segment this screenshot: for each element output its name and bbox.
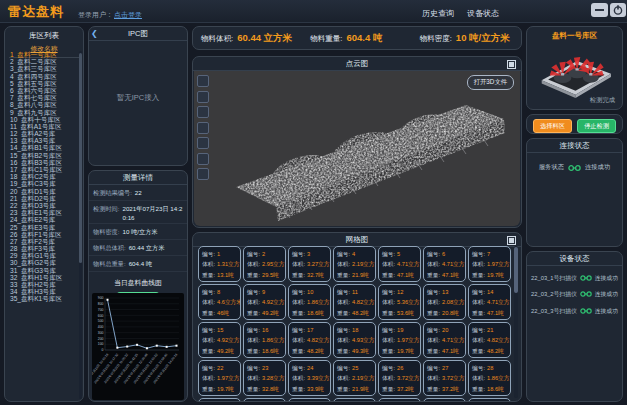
sidebar-item-area[interactable]: 33_盘料H2号库 xyxy=(6,281,78,288)
login-link[interactable]: 点击登录 xyxy=(114,10,142,20)
sidebar-item-area[interactable]: 29_盘料G1号库 xyxy=(6,252,78,259)
grid-cell[interactable]: 编号:15体积:4.92立方米重量:49.2吨 xyxy=(198,322,241,358)
sidebar-item-area[interactable]: 12_盘料A2号库 xyxy=(6,130,78,137)
sidebar-item-area[interactable]: 32_盘料H1号库区 xyxy=(6,274,78,281)
view-snapshot-button[interactable] xyxy=(197,168,209,180)
grid-cell[interactable]: 编号:28体积:1.86立方米重量:18.6吨 xyxy=(468,360,511,396)
grid-cell[interactable]: 编号:25体积:2.19立方米重量:21.9吨 xyxy=(333,360,376,396)
grid-cell[interactable]: 编号:11体积:4.82立方米重量:48.2吨 xyxy=(333,284,376,320)
grid-cell[interactable]: 编号:24体积:3.39立方米重量:33.9吨 xyxy=(288,360,331,396)
menu-history-query[interactable]: 历史查询 xyxy=(422,8,454,19)
grid-cell[interactable]: 编号:22体积:1.97立方米重量:19.7吨 xyxy=(198,360,241,396)
sidebar-item-area[interactable]: 6_盘料六号库区 xyxy=(6,87,78,94)
power-button[interactable] xyxy=(610,3,626,17)
grid-cell[interactable]: 编号:17体积:4.82立方米重量:48.2吨 xyxy=(288,322,331,358)
view-left-button[interactable] xyxy=(197,91,209,103)
sidebar-item-area[interactable]: 1_盘料一号库区 xyxy=(6,51,78,58)
sidebar-item-area[interactable]: 15_盘料B2号库区 xyxy=(6,152,78,159)
grid-cell[interactable]: 编号:1体积:1.31立方米重量:13.1吨 xyxy=(198,246,241,282)
cell-value: 17 xyxy=(307,325,313,335)
maximize-icon[interactable] xyxy=(507,60,516,69)
cell-value: 49.2吨 xyxy=(217,346,234,356)
open-3d-file-button[interactable]: 打开3D文件 xyxy=(467,75,514,90)
view-reset-button[interactable] xyxy=(197,153,209,165)
grid-cell[interactable]: 编号:9体积:4.92立方米重量:49.2吨 xyxy=(243,284,286,320)
cell-value: 15 xyxy=(217,325,223,335)
sidebar-item-area[interactable]: 5_盘料五号库区 xyxy=(6,80,78,87)
collapse-chevron-icon[interactable]: ❮ xyxy=(91,29,98,38)
grid-cell[interactable]: 编号:2体积:2.95立方米重量:29.5吨 xyxy=(243,246,286,282)
grid-cell[interactable]: 编号:6体积:4.71立方米重量:47.1吨 xyxy=(423,246,466,282)
sidebar-item-area[interactable]: 22_盘料D3号库 xyxy=(6,202,78,209)
sidebar-item-area[interactable]: 24_盘料E2号库 xyxy=(6,216,78,223)
menu-device-status[interactable]: 设备状态 xyxy=(467,8,499,19)
sidebar-item-area[interactable]: 25_盘料E3号库 xyxy=(6,224,78,231)
sidebar-item-area[interactable]: 26_盘料F1号库区 xyxy=(6,231,78,238)
cell-value: 19.7吨 xyxy=(397,346,414,356)
view-back-button[interactable] xyxy=(197,137,209,149)
grid-cell-partial[interactable] xyxy=(423,398,466,401)
grid-cell[interactable]: 编号:10体积:1.86立方米重量:18.6吨 xyxy=(288,284,331,320)
minimize-button[interactable] xyxy=(591,3,608,17)
grid-cell[interactable]: 编号:20体积:4.71立方米重量:47.1吨 xyxy=(423,322,466,358)
sidebar-item-area[interactable]: 34_盘料H3号库 xyxy=(6,288,78,295)
sidebar-item-area[interactable]: 3_盘料三号库区 xyxy=(6,65,78,72)
grid-cell[interactable]: 编号:21体积:4.82立方米重量:48.2吨 xyxy=(468,322,511,358)
grid-cell[interactable]: 编号:18体积:4.93立方米重量:49.3吨 xyxy=(333,322,376,358)
sidebar-item-area[interactable]: 11_盘料A1号库区 xyxy=(6,123,78,130)
sidebar-item-area[interactable]: 20_盘料D1号库 xyxy=(6,188,78,195)
grid-cell-partial[interactable] xyxy=(378,398,421,401)
sidebar-scrollbar-thumb[interactable] xyxy=(79,53,82,263)
sidebar-item-area[interactable]: 23_盘料E1号库区 xyxy=(6,209,78,216)
sidebar-item-area[interactable]: 17_盘料C1号库区 xyxy=(6,166,78,173)
grid-cell[interactable]: 编号:13体积:2.08立方米重量:20.8吨 xyxy=(423,284,466,320)
sidebar-item-area[interactable]: 16_盘料B3号库区 xyxy=(6,159,78,166)
sidebar-item-area[interactable]: 31_盘料G3号库 xyxy=(6,267,78,274)
sidebar-item-area[interactable]: 35_盘料K1号库区 xyxy=(6,295,78,302)
grid-cell[interactable]: 编号:12体积:5.36立方米重量:53.6吨 xyxy=(378,284,421,320)
sidebar-item-area[interactable]: 2_盘料二号库区 xyxy=(6,58,78,65)
select-area-button[interactable]: 选择料区 xyxy=(533,119,572,133)
grid-cell[interactable]: 编号:16体积:1.86立方米重量:18.6吨 xyxy=(243,322,286,358)
sidebar-item-area[interactable]: 9_盘料九号库区 xyxy=(6,109,78,116)
grid-cell[interactable]: 编号:3体积:3.27立方米重量:32.7吨 xyxy=(288,246,331,282)
sidebar-item-area[interactable]: 4_盘料四号库区 xyxy=(6,73,78,80)
sidebar-item-area[interactable]: 14_盘料B1号库区 xyxy=(6,144,78,151)
sidebar-item-area[interactable]: 21_盘料D2号库 xyxy=(6,195,78,202)
sidebar-item-area[interactable]: 27_盘料F2号库 xyxy=(6,238,78,245)
grid-cell-partial[interactable] xyxy=(243,398,286,401)
sidebar-item-area[interactable]: 18_盘料C2号库 xyxy=(6,173,78,180)
maximize-icon[interactable] xyxy=(507,236,516,245)
grid-cell[interactable]: 编号:14体积:4.71立方米重量:47.1吨 xyxy=(468,284,511,320)
grid-scrollbar-thumb[interactable] xyxy=(514,247,518,293)
grid-cell-partial[interactable] xyxy=(468,398,511,401)
cell-label: 重量: xyxy=(337,308,350,318)
curve-chart-title: 当日盘料曲线图 xyxy=(89,278,187,288)
grid-cell[interactable]: 编号:26体积:3.72立方米重量:37.2吨 xyxy=(378,360,421,396)
sidebar-item-area[interactable]: 19_盘料C3号库 xyxy=(6,180,78,187)
sidebar-item-area[interactable]: 7_盘料七号库区 xyxy=(6,94,78,101)
point-cloud-viewport[interactable]: 打开3D文件 xyxy=(194,71,520,226)
cell-label: 编号: xyxy=(427,363,440,373)
sidebar-item-area[interactable]: 8_盘料八号库区 xyxy=(6,101,78,108)
sidebar-item-area[interactable]: 10_盘料十号库区 xyxy=(6,116,78,123)
cell-label: 编号: xyxy=(382,325,395,335)
sidebar-item-area[interactable]: 30_盘料G2号库 xyxy=(6,259,78,266)
grid-cell[interactable]: 编号:8体积:4.6立方米重量:46吨 xyxy=(198,284,241,320)
grid-cell[interactable]: 编号:19体积:1.97立方米重量:19.7吨 xyxy=(378,322,421,358)
grid-cell[interactable]: 编号:5体积:4.71立方米重量:47.1吨 xyxy=(378,246,421,282)
sidebar-item-area[interactable]: 13_盘料A3号库 xyxy=(6,137,78,144)
grid-cell-partial[interactable] xyxy=(198,398,241,401)
stop-detection-button[interactable]: 停止检测 xyxy=(577,119,616,133)
grid-cell-partial[interactable] xyxy=(333,398,376,401)
grid-cell[interactable]: 编号:7体积:1.97立方米重量:19.7吨 xyxy=(468,246,511,282)
view-right-button[interactable] xyxy=(197,122,209,134)
grid-cell[interactable]: 编号:27体积:3.72立方米重量:37.2吨 xyxy=(423,360,466,396)
grid-cell[interactable]: 编号:23体积:3.28立方米重量:32.8吨 xyxy=(243,360,286,396)
sidebar-item-area[interactable]: 28_盘料F3号库 xyxy=(6,245,78,252)
view-front-button[interactable] xyxy=(197,106,209,118)
cell-label: 编号: xyxy=(472,325,485,335)
view-top-button[interactable] xyxy=(197,75,209,87)
grid-cell[interactable]: 编号:4体积:2.19立方米重量:21.9吨 xyxy=(333,246,376,282)
grid-cell-partial[interactable] xyxy=(288,398,331,401)
